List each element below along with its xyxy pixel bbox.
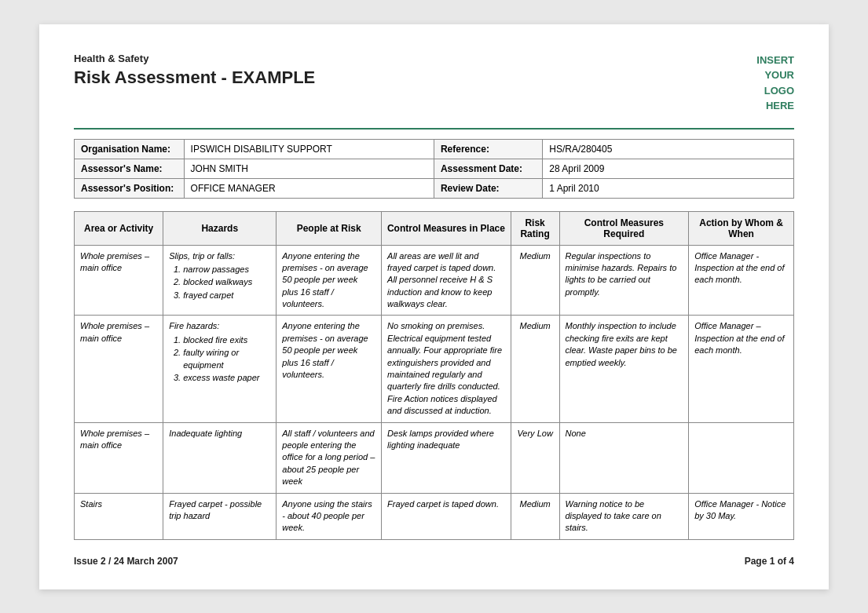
table-row: Whole premises – main office Fire hazard… (75, 316, 794, 422)
position-value: OFFICE MANAGER (184, 178, 434, 198)
th-people: People at Risk (277, 211, 382, 245)
row4-people: Anyone using the stairs - about 40 peopl… (277, 493, 382, 539)
row1-area: Whole premises – main office (75, 245, 163, 316)
list-item: excess waste paper (183, 372, 270, 384)
row1-required: Regular inspections to minimise hazards.… (559, 245, 689, 316)
assessor-label: Assessor's Name: (75, 159, 185, 178)
row4-hazards: Frayed carpet - possible trip hazard (163, 493, 277, 539)
list-item: blocked fire exits (183, 334, 270, 346)
row4-action: Office Manager - Notice by 30 May. (689, 493, 794, 539)
ref-value: HS/RA/280405 (543, 139, 794, 159)
row4-required: Warning notice to be displayed to take c… (559, 493, 689, 539)
list-item: faulty wiring or equipment (183, 347, 270, 371)
row3-required: None (559, 422, 689, 493)
th-area: Area or Activity (75, 211, 163, 245)
row1-action: Office Manager - Inspection at the end o… (689, 245, 794, 316)
row3-action (689, 422, 794, 493)
header-left: Health & Safety Risk Assessment - EXAMPL… (74, 53, 315, 88)
th-action: Action by Whom & When (689, 211, 794, 245)
assessor-value: JOHN SMITH (184, 159, 434, 178)
row3-rating: Very Low (511, 422, 559, 493)
info-row-assessor: Assessor's Name: JOHN SMITH Assessment D… (75, 159, 794, 178)
row3-people: All staff / volunteers and people enteri… (277, 422, 382, 493)
header-area: Health & Safety Risk Assessment - EXAMPL… (74, 53, 794, 114)
row1-rating: Medium (511, 245, 559, 316)
date-label: Assessment Date: (434, 159, 542, 178)
row2-required: Monthly inspection to include checking f… (559, 316, 689, 422)
org-value: IPSWICH DISABILITY SUPPORT (184, 139, 434, 159)
row3-hazards: Inadequate lighting (163, 422, 277, 493)
footer-issue: Issue 2 / 24 March 2007 (74, 556, 178, 567)
page-title: Risk Assessment - EXAMPLE (74, 68, 315, 88)
th-control-required: Control Measures Required (559, 211, 689, 245)
table-row: Whole premises – main office Slips, trip… (75, 245, 794, 316)
risk-table: Area or Activity Hazards People at Risk … (74, 211, 794, 540)
th-hazards: Hazards (163, 211, 277, 245)
row1-hazards: Slips, trip or falls: narrow passages bl… (163, 245, 277, 316)
table-row: Whole premises – main office Inadequate … (75, 422, 794, 493)
position-label: Assessor's Position: (75, 178, 185, 198)
row2-action: Office Manager – Inspection at the end o… (689, 316, 794, 422)
row2-area: Whole premises – main office (75, 316, 163, 422)
row3-control: Desk lamps provided where lighting inade… (382, 422, 511, 493)
row1-control: All areas are well lit and frayed carpet… (382, 245, 511, 316)
logo-placeholder: INSERT YOUR LOGO HERE (756, 53, 794, 114)
list-item: frayed carpet (183, 290, 270, 301)
page: Health & Safety Risk Assessment - EXAMPL… (39, 24, 829, 589)
row3-area: Whole premises – main office (75, 422, 163, 493)
th-control-in-place: Control Measures in Place (382, 211, 511, 245)
list-item: narrow passages (183, 264, 270, 275)
info-row-position: Assessor's Position: OFFICE MANAGER Revi… (75, 178, 794, 198)
row4-rating: Medium (511, 493, 559, 539)
row1-people: Anyone entering the premises - on averag… (277, 245, 382, 316)
row2-hazards: Fire hazards: blocked fire exits faulty … (163, 316, 277, 422)
info-table: Organisation Name: IPSWICH DISABILITY SU… (74, 139, 794, 199)
header-divider (74, 128, 794, 130)
row2-rating: Medium (511, 316, 559, 422)
row4-control: Frayed carpet is taped down. (382, 493, 511, 539)
ref-label: Reference: (434, 139, 542, 159)
info-row-org: Organisation Name: IPSWICH DISABILITY SU… (75, 139, 794, 159)
list-item: blocked walkways (183, 276, 270, 288)
footer-page: Page 1 of 4 (745, 556, 794, 567)
org-label: Organisation Name: (75, 139, 185, 159)
review-value: 1 April 2010 (543, 178, 794, 198)
table-header-row: Area or Activity Hazards People at Risk … (75, 211, 794, 245)
row2-control: No smoking on premises. Electrical equip… (382, 316, 511, 422)
review-label: Review Date: (434, 178, 542, 198)
table-row: Stairs Frayed carpet - possible trip haz… (75, 493, 794, 539)
date-value: 28 April 2009 (543, 159, 794, 178)
row4-area: Stairs (75, 493, 163, 539)
row2-people: Anyone entering the premises - on averag… (277, 316, 382, 422)
footer: Issue 2 / 24 March 2007 Page 1 of 4 (74, 556, 794, 567)
health-safety-label: Health & Safety (74, 53, 315, 64)
th-rating: Risk Rating (511, 211, 559, 245)
